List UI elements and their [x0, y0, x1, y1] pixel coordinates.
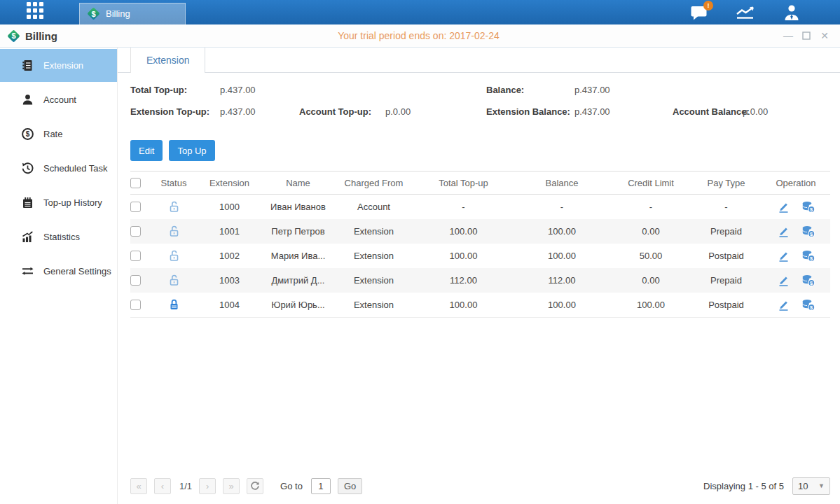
topup-coins-icon[interactable]: $	[801, 225, 815, 238]
unlocked-icon[interactable]	[167, 200, 181, 214]
total-topup-cell: 100.00	[414, 300, 513, 310]
balance-cell: 100.00	[513, 226, 611, 237]
table-row: 1003 Дмитрий Д... Extension 112.00 112.0…	[130, 268, 830, 293]
extension-cell: 1002	[196, 251, 263, 261]
goto-page-input[interactable]	[311, 478, 331, 494]
dollar-circle-icon: $	[21, 127, 34, 141]
close-icon[interactable]: ✕	[819, 30, 830, 41]
topup-coins-icon[interactable]: $	[801, 274, 815, 287]
col-operation: Operation	[762, 178, 830, 188]
extension-cell: 1003	[196, 275, 263, 286]
account-topup-value: p.0.00	[385, 106, 411, 117]
next-page-button[interactable]: ›	[199, 478, 216, 494]
select-all-checkbox[interactable]	[130, 178, 141, 188]
window-controls: — ✕	[725, 30, 830, 41]
balance-cell: 112.00	[513, 275, 611, 286]
charged-from-cell: Extension	[333, 275, 414, 286]
sidebar-item-rate[interactable]: $ Rate	[0, 118, 117, 150]
topup-coins-icon[interactable]: $	[801, 249, 815, 262]
unlocked-icon[interactable]	[167, 249, 181, 262]
billing-diamond-icon: $	[7, 29, 20, 43]
edit-pencil-icon[interactable]	[777, 249, 790, 262]
refresh-icon	[250, 481, 260, 491]
credit-limit-cell: -	[611, 202, 691, 212]
row-checkbox[interactable]	[130, 251, 141, 261]
edit-button[interactable]: Edit	[130, 140, 163, 161]
page-size-select[interactable]: 10 ▼	[792, 477, 830, 495]
tab-extension[interactable]: Extension	[130, 48, 205, 73]
user-account-icon[interactable]	[782, 4, 801, 22]
credit-limit-cell: 0.00	[611, 275, 691, 286]
credit-limit-cell: 100.00	[611, 300, 691, 310]
sidebar-item-label: Top-up History	[43, 197, 102, 208]
sidebar-item-statistics[interactable]: Statistics	[0, 220, 117, 253]
row-checkbox[interactable]	[130, 300, 141, 310]
tab-strip: Extension	[118, 48, 840, 73]
extension-balance-label: Extension Balance:	[486, 106, 570, 117]
billing-diamond-icon: $	[87, 7, 100, 20]
extension-cell: 1001	[196, 226, 263, 237]
edit-pencil-icon[interactable]	[777, 200, 790, 214]
sidebar-item-account[interactable]: Account	[0, 83, 117, 116]
apps-grid-icon[interactable]	[27, 2, 48, 23]
edit-pencil-icon[interactable]	[777, 225, 790, 238]
credit-limit-cell: 50.00	[611, 251, 691, 261]
window-title-text: Billing	[25, 30, 57, 42]
balance-value: p.437.00	[574, 85, 610, 95]
app-tab-label: Billing	[106, 8, 130, 19]
unlocked-icon[interactable]	[167, 225, 181, 238]
name-cell: Иван Иванов	[263, 202, 333, 212]
topup-coins-icon[interactable]: $	[801, 200, 815, 214]
person-icon	[21, 93, 34, 106]
charged-from-cell: Extension	[333, 251, 414, 261]
topup-coins-icon[interactable]: $	[801, 298, 815, 312]
name-cell: Петр Петров	[263, 226, 333, 237]
total-topup-cell: 100.00	[414, 226, 513, 237]
row-checkbox[interactable]	[130, 202, 141, 212]
action-buttons: Edit Top Up	[118, 130, 840, 161]
col-status: Status	[151, 178, 196, 188]
page-size-value: 10	[798, 481, 808, 491]
sidebar-item-extension[interactable]: Extension	[0, 49, 117, 82]
history-clock-icon	[21, 162, 34, 175]
sidebar-item-topup-history[interactable]: Top-up History	[0, 186, 117, 219]
row-checkbox[interactable]	[130, 226, 141, 237]
charged-from-cell: Extension	[333, 226, 414, 237]
col-extension: Extension	[196, 178, 263, 188]
sidebar-item-general-settings[interactable]: General Settings	[0, 255, 117, 288]
minimize-icon[interactable]: —	[783, 30, 794, 41]
prev-page-button[interactable]: ‹	[154, 478, 171, 494]
maximize-icon[interactable]	[801, 30, 812, 41]
summary-panel: Total Top-up: p.437.00 Balance: p.437.00…	[118, 73, 840, 130]
account-balance-label: Account Balance:	[673, 106, 750, 117]
pagination-bar: « ‹ 1/1 › » Go to Go Displaying 1 - 5 of…	[130, 476, 830, 496]
messages-icon[interactable]: !	[689, 4, 709, 22]
last-page-button[interactable]: »	[223, 478, 240, 494]
refresh-button[interactable]	[247, 478, 263, 494]
edit-pencil-icon[interactable]	[777, 274, 790, 287]
top-up-button[interactable]: Top Up	[169, 140, 214, 161]
credit-limit-cell: 0.00	[611, 226, 691, 237]
table-row: 1000 Иван Иванов Account - - - -	[130, 195, 830, 219]
edit-pencil-icon[interactable]	[777, 298, 790, 312]
first-page-button[interactable]: «	[130, 478, 147, 494]
go-button[interactable]: Go	[338, 478, 362, 494]
app-tab-billing[interactable]: $ Billing	[79, 3, 186, 24]
unlocked-icon[interactable]	[167, 274, 181, 287]
chevron-down-icon: ▼	[818, 482, 825, 489]
col-total-topup: Total Top-up	[414, 178, 513, 188]
locked-icon[interactable]	[167, 298, 181, 312]
total-topup-cell: -	[414, 202, 513, 212]
col-pay-type: Pay Type	[691, 178, 762, 188]
row-checkbox[interactable]	[130, 275, 141, 286]
balance-cell: -	[513, 202, 611, 212]
resource-monitor-icon[interactable]	[736, 4, 755, 22]
balance-label: Balance:	[486, 85, 524, 95]
goto-label: Go to	[280, 481, 303, 491]
charged-from-cell: Account	[333, 202, 414, 212]
sidebar-item-scheduled-task[interactable]: Scheduled Task	[0, 152, 117, 185]
svg-text:$: $	[26, 130, 30, 138]
pay-type-cell: -	[691, 202, 762, 212]
sidebar-item-label: Account	[43, 94, 76, 105]
sidebar-item-label: Extension	[43, 60, 83, 71]
